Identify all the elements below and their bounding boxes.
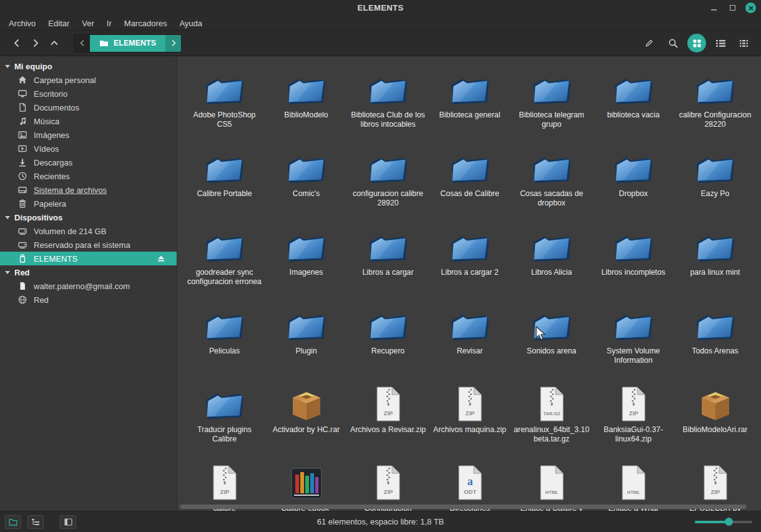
breadcrumb-next-button[interactable]	[165, 35, 181, 52]
forward-button[interactable]	[26, 34, 45, 52]
file-item[interactable]: ZIP EPUB2CBR by	[674, 458, 756, 511]
sidebar-item-recientes[interactable]: Recientes	[0, 169, 177, 183]
folder-item[interactable]: Biblioteca Club de los libros intocables	[347, 65, 429, 144]
breadcrumb-prev-button[interactable]	[74, 35, 90, 52]
treeview-toggle-button[interactable]	[27, 515, 44, 529]
folder-item[interactable]: Biblioteca telegram grupo	[511, 65, 592, 144]
chevron-right-icon	[170, 39, 177, 47]
zoom-track[interactable]	[695, 521, 752, 523]
folder-item[interactable]: Sonidos arena	[511, 301, 592, 380]
sidebar-item-red[interactable]: Red	[0, 293, 177, 307]
folder-item[interactable]: configuracion calibre 28920	[347, 144, 429, 222]
item-label: BanksiaGui-0.37-linux64.zip	[595, 425, 672, 445]
zoom-knob[interactable]	[725, 518, 733, 526]
places-toggle-button[interactable]	[5, 515, 21, 529]
sidebar-item-walter-paterno-gmail-com[interactable]: walter.paterno@gmail.com	[0, 279, 177, 293]
file-item[interactable]: Calibre-ebook-	[265, 458, 347, 511]
folder-item[interactable]: Imagenes	[265, 222, 347, 301]
sidebar-item-volumen-de-214-gb[interactable]: Volumen de 214 GB	[0, 224, 177, 238]
menu-marcadores[interactable]: Marcadores	[118, 17, 174, 29]
horizontal-scrollbar-thumb[interactable]	[180, 505, 747, 509]
folder-item[interactable]: Cosas de Calibre	[429, 144, 511, 222]
menu-editar[interactable]: Editar	[42, 17, 76, 29]
item-label: Libros a cargar	[362, 268, 413, 277]
sidebar-item-m-sica[interactable]: Música	[0, 114, 177, 128]
svg-text:a: a	[467, 475, 473, 488]
folder-item[interactable]: Revisar	[429, 301, 511, 380]
folder-icon	[693, 303, 738, 343]
eject-button[interactable]	[157, 254, 165, 263]
folder-item[interactable]: Comic's	[265, 144, 347, 222]
file-item[interactable]: a ODT Direcciones	[429, 458, 511, 511]
icon-view-button[interactable]	[687, 34, 706, 52]
sidebar-item-sistema-de-archivos[interactable]: Sistema de archivos	[0, 183, 177, 197]
close-button[interactable]	[745, 2, 756, 13]
folder-item[interactable]: Libros Alicia	[511, 222, 592, 301]
sidebar-section-red[interactable]: Red	[0, 265, 177, 279]
folder-item[interactable]: Traducir plugins Calibre	[184, 380, 265, 458]
compact-view-button[interactable]	[735, 34, 754, 52]
folder-item[interactable]: para linux mint	[674, 222, 756, 301]
folder-item[interactable]: Dropbox	[592, 144, 674, 222]
file-item[interactable]: ZIP Configuracion	[347, 458, 429, 511]
folder-item[interactable]: Eazy Po	[674, 144, 756, 222]
folder-item[interactable]: Calibre Portable	[184, 144, 265, 222]
file-item[interactable]: ZIP Archivos maquina.zip	[429, 380, 511, 458]
restore-button[interactable]	[727, 2, 738, 14]
back-button[interactable]	[7, 34, 26, 52]
sidebar-item-carpeta-personal[interactable]: Carpeta personal	[0, 73, 177, 87]
folder-icon	[366, 225, 411, 265]
file-item[interactable]: ZIP calibre	[184, 458, 265, 511]
file-item[interactable]: HTML Enlace a Calibre y	[511, 458, 592, 511]
folder-item[interactable]: Todos Arenas	[674, 301, 756, 380]
folder-item[interactable]: Plugin	[265, 301, 347, 380]
menu-ver[interactable]: Ver	[76, 17, 101, 29]
sidebar-item-elements[interactable]: ELEMENTS	[0, 252, 177, 265]
filesystem-icon	[17, 185, 27, 195]
folder-item[interactable]: Adobe PhotoShop CS5	[184, 65, 265, 144]
menu-ir[interactable]: Ir	[101, 17, 118, 29]
list-view-button[interactable]	[711, 34, 730, 52]
toggle-location-entry-button[interactable]	[640, 34, 659, 52]
folder-item[interactable]: System Volume Information	[592, 301, 674, 380]
folder-item[interactable]: Peliculas	[184, 301, 265, 380]
sidebar-section-mi-equipo[interactable]: Mi equipo	[0, 59, 177, 73]
file-item[interactable]: ZIP BanksiaGui-0.37-linux64.zip	[592, 380, 674, 458]
menu-archivo[interactable]: Archivo	[2, 17, 42, 29]
folder-item[interactable]: Cosas sacadas de dropbox	[511, 144, 592, 222]
expander-icon[interactable]	[5, 271, 10, 274]
expander-icon[interactable]	[5, 216, 10, 219]
sidebar-item-reservado-para-el-sistema[interactable]: Reservado para el sistema	[0, 238, 177, 252]
file-item[interactable]: TAR.GZ arenalinux_64bit_3.10beta.tar.gz	[511, 380, 592, 458]
folder-item[interactable]: calibre Configuracion 28220	[674, 65, 756, 144]
minimize-button[interactable]	[708, 2, 719, 14]
file-item[interactable]: ZIP Archivos a Revisar.zip	[347, 380, 429, 458]
folder-item[interactable]: Biblioteca general	[429, 65, 511, 144]
sidebar-section-dispositivos[interactable]: Dispositivos	[0, 210, 177, 224]
file-item[interactable]: BiblioModeloAri.rar	[674, 380, 756, 458]
folder-item[interactable]: goodreader sync configuracion erronea	[184, 222, 265, 301]
folder-item[interactable]: Libros a cargar 2	[429, 222, 511, 301]
sidebar-item-label: Red	[34, 295, 49, 305]
sidebar-item-descargas[interactable]: Descargas	[0, 155, 177, 169]
expander-icon[interactable]	[5, 65, 10, 68]
file-item[interactable]: HTML Enlace a What	[592, 458, 674, 511]
sidebar-toggle-button[interactable]	[60, 515, 76, 529]
sidebar-item-papelera[interactable]: Papelera	[0, 197, 177, 210]
sidebar-item-documentos[interactable]: Documentos	[0, 101, 177, 114]
sidebar-item-im-genes[interactable]: Imágenes	[0, 128, 177, 142]
zoom-slider[interactable]	[695, 521, 752, 523]
breadcrumb-current[interactable]: ELEMENTS	[90, 35, 165, 52]
sidebar-item-v-deos[interactable]: Vídeos	[0, 142, 177, 155]
folder-item[interactable]: Libros a cargar	[347, 222, 429, 301]
file-item[interactable]: Activador by HC.rar	[265, 380, 347, 458]
sidebar-item-escritorio[interactable]: Escritorio	[0, 87, 177, 101]
folder-item[interactable]: BiblioModelo	[265, 65, 347, 144]
up-button[interactable]	[45, 34, 64, 52]
search-button[interactable]	[664, 34, 682, 52]
folder-item[interactable]: Recupero	[347, 301, 429, 380]
menu-ayuda[interactable]: Ayuda	[173, 17, 209, 29]
folder-item[interactable]: biblioteca vacia	[592, 65, 674, 144]
folder-item[interactable]: Libros incompletos	[592, 222, 674, 301]
horizontal-scrollbar[interactable]	[180, 505, 752, 509]
